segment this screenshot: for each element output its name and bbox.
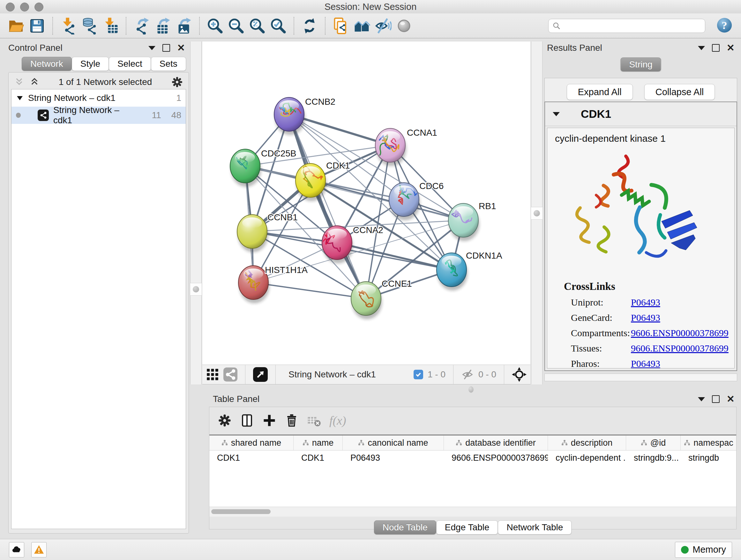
panel-menu-icon[interactable]	[148, 46, 155, 50]
node-label-ccna1: CCNA1	[407, 128, 437, 138]
network-node-cdk1[interactable]: CDK1	[295, 161, 350, 201]
selected-checkbox-icon[interactable]	[414, 370, 423, 379]
crosslink-link[interactable]: P06493	[631, 297, 660, 308]
column-header-shared-name[interactable]: shared name	[209, 435, 293, 450]
table-horizontal-scrollbar[interactable]	[209, 507, 736, 516]
zoom-out-icon[interactable]	[226, 16, 246, 36]
apply-layout-refresh-icon[interactable]	[300, 16, 319, 36]
expand-all-chevron-icon[interactable]	[14, 78, 24, 86]
float-panel-icon[interactable]	[162, 44, 170, 52]
collapse-all-chevron-icon[interactable]	[30, 78, 39, 86]
network-node-cdkn1a[interactable]: CDKN1A	[436, 251, 502, 291]
tab-sets[interactable]: Sets	[151, 57, 186, 71]
table-panel-tabs: Node TableEdge TableNetwork Table	[206, 520, 739, 535]
table-cell: stringdb:9...	[626, 450, 681, 465]
export-image-icon[interactable]	[174, 16, 193, 36]
crosslink-link[interactable]: 9606.ENSP00000378699	[631, 327, 729, 338]
close-panel-icon[interactable]: ✕	[727, 396, 735, 402]
search-input[interactable]	[563, 20, 701, 31]
network-row-selected[interactable]: String Network – cdk1 11 48	[11, 107, 186, 124]
network-list-box: 1 of 1 Network selected String Network –…	[8, 72, 189, 534]
warning-icon[interactable]	[31, 542, 47, 557]
show-all-eye-icon[interactable]	[394, 16, 414, 36]
tab-node-table[interactable]: Node Table	[374, 520, 436, 535]
minimize-window-button[interactable]	[20, 3, 29, 11]
collapse-all-button[interactable]: Collapse All	[644, 84, 715, 100]
network-view-icon[interactable]	[223, 368, 238, 381]
tab-string[interactable]: String	[620, 57, 661, 71]
network-edge-count: 48	[172, 110, 181, 120]
close-panel-icon[interactable]: ✕	[727, 45, 735, 51]
float-panel-icon[interactable]	[712, 395, 720, 403]
clone-network-icon[interactable]	[331, 16, 350, 36]
tab-network[interactable]: Network	[22, 57, 72, 71]
expand-all-button[interactable]: Expand All	[567, 84, 633, 100]
maximize-window-button[interactable]	[35, 3, 44, 11]
table-settings-gear-icon[interactable]	[218, 414, 232, 428]
float-panel-icon[interactable]	[712, 44, 720, 52]
crosslink-label: Tissues:	[571, 343, 631, 354]
network-collection-row[interactable]: String Network – cdk1 1	[11, 89, 186, 107]
zoom-selected-icon[interactable]	[269, 16, 288, 36]
export-network-icon[interactable]	[132, 16, 151, 36]
grid-view-icon[interactable]	[206, 368, 219, 381]
network-node-cdc6[interactable]: CDC6	[389, 181, 444, 220]
column-header-description[interactable]: description	[548, 435, 626, 450]
show-columns-icon[interactable]	[240, 414, 254, 428]
results-scroll-track[interactable]	[544, 374, 737, 381]
hide-selected-eye-slash-icon[interactable]	[374, 16, 393, 36]
scrollbar-thumb[interactable]	[211, 509, 271, 514]
network-node-hist1h1a[interactable]: HIST1H1A	[239, 265, 308, 303]
column-header-id[interactable]: @id	[626, 435, 681, 450]
network-node-ccnb1[interactable]: CCNB1	[237, 212, 298, 252]
close-panel-icon[interactable]: ✕	[177, 45, 185, 51]
tab-edge-table[interactable]: Edge Table	[436, 520, 498, 535]
crosslink-link[interactable]: P06493	[631, 358, 660, 368]
left-splitter[interactable]	[190, 42, 202, 384]
gear-icon[interactable]	[172, 76, 183, 88]
crosslink-link[interactable]: 9606.ENSP00000378699	[631, 343, 729, 354]
network-graph[interactable]: CCNB2CCNA1CDC25BCDK1CDC6RB1CCNB1CCNA2CDK…	[202, 42, 530, 365]
panel-menu-icon[interactable]	[698, 46, 705, 50]
left-splitter-handle[interactable]	[190, 283, 202, 296]
column-header-name[interactable]: name	[293, 435, 343, 450]
tab-style[interactable]: Style	[72, 57, 109, 71]
import-network-from-database-icon[interactable]	[80, 16, 99, 36]
network-node-ccne1[interactable]: CCNE1	[351, 279, 412, 319]
tab-select[interactable]: Select	[109, 57, 151, 71]
column-header-canonical-name[interactable]: canonical name	[343, 435, 444, 450]
tab-network-table[interactable]: Network Table	[498, 520, 571, 535]
close-window-button[interactable]	[6, 3, 15, 11]
network-canvas[interactable]: CCNB2CCNA1CDC25BCDK1CDC6RB1CCNB1CCNA2CDK…	[202, 42, 530, 365]
import-network-from-file-icon[interactable]	[59, 16, 78, 36]
collapse-triangle-icon[interactable]	[16, 95, 23, 101]
protein-entry-header[interactable]: CDK1	[545, 102, 737, 126]
table-panel: Table Panel ✕ f(x) shared namenamecanoni…	[206, 392, 739, 536]
first-neighbors-icon[interactable]	[352, 16, 372, 36]
help-icon[interactable]: ?	[716, 17, 733, 35]
crosslink-link[interactable]: P06493	[631, 312, 660, 323]
open-session-icon[interactable]	[6, 16, 25, 36]
network-node-rb1[interactable]: RB1	[448, 201, 496, 241]
toolbar-separator	[293, 17, 294, 35]
collapse-entry-icon[interactable]	[553, 112, 560, 116]
table-row[interactable]: CDK1CDK1P064939606.ENSP00000378699cyclin…	[209, 450, 736, 465]
delete-column-trash-icon[interactable]	[285, 414, 299, 428]
right-splitter-handle[interactable]	[531, 207, 543, 220]
import-table-from-file-icon[interactable]	[101, 16, 120, 36]
column-header-namespac[interactable]: namespac	[681, 435, 736, 450]
column-header-database-identifier[interactable]: database identifier	[444, 435, 548, 450]
window-controls	[6, 3, 44, 11]
memory-button[interactable]: Memory	[675, 542, 732, 558]
birds-eye-view-icon[interactable]	[253, 367, 268, 382]
cloud-icon[interactable]	[9, 542, 24, 557]
crosshair-target-icon[interactable]	[512, 367, 527, 382]
add-column-plus-icon[interactable]	[262, 414, 276, 428]
export-table-icon[interactable]	[153, 16, 172, 36]
save-session-icon[interactable]	[27, 16, 47, 36]
panel-menu-icon[interactable]	[698, 397, 705, 401]
node-label-cdkn1a: CDKN1A	[466, 251, 502, 260]
zoom-fit-icon[interactable]	[248, 16, 267, 36]
zoom-in-icon[interactable]	[205, 16, 225, 36]
horizontal-splitter-handle[interactable]	[468, 386, 474, 393]
